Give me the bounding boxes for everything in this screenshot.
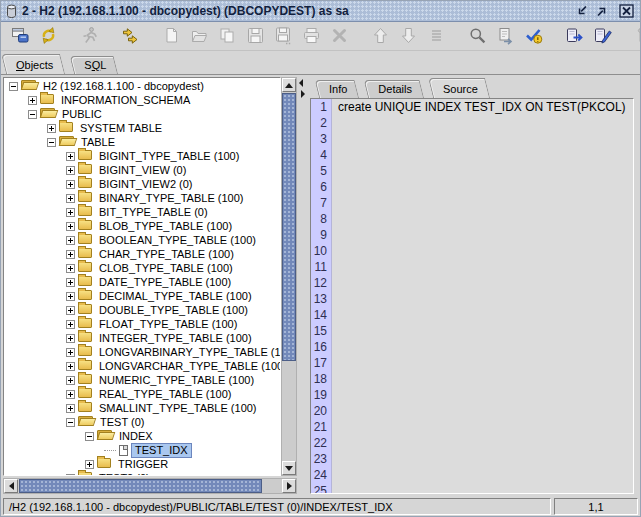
tree-item-label[interactable]: TRIGGER — [115, 458, 171, 471]
tree-toggle-minus-icon[interactable] — [28, 110, 37, 119]
tree-item-label[interactable]: REAL_TYPE_TABLE (100) — [96, 388, 234, 401]
split-divider[interactable] — [297, 75, 310, 496]
tree-item[interactable]: TRIGGER — [6, 457, 280, 471]
tree-item-label[interactable]: INFORMATION_SCHEMA — [58, 94, 193, 107]
tree-item[interactable]: LONGVARCHAR_TYPE_TABLE (100) — [6, 359, 280, 373]
tree-toggle-plus-icon[interactable] — [66, 474, 75, 477]
tree-item-label[interactable]: BIGINT_TYPE_TABLE (100) — [96, 150, 242, 163]
tree-item-label[interactable]: SYSTEM TABLE — [77, 122, 165, 135]
tree-item[interactable]: DOUBLE_TYPE_TABLE (100) — [6, 303, 280, 317]
tree-toggle-plus-icon[interactable] — [66, 194, 75, 203]
tree-item-label[interactable]: CLOB_TYPE_TABLE (100) — [96, 262, 236, 275]
tab-details[interactable]: Details — [368, 80, 429, 98]
tree-item[interactable]: TEST (0) — [6, 415, 280, 429]
vertical-scroll-thumb[interactable] — [282, 93, 296, 361]
tree-toggle-plus-icon[interactable] — [85, 460, 94, 469]
tree-item-label[interactable]: NUMERIC_TYPE_TABLE (100) — [96, 374, 257, 387]
tree-toggle-plus-icon[interactable] — [28, 96, 37, 105]
tree-item[interactable]: INDEX — [6, 429, 280, 443]
double-arrow-right-icon[interactable] — [118, 24, 142, 47]
tree-toggle-plus-icon[interactable] — [66, 320, 75, 329]
tree-item-label[interactable]: LONGVARBINARY_TYPE_TABLE (100) — [96, 346, 281, 359]
tree-item-label[interactable]: BINARY_TYPE_TABLE (100) — [96, 192, 247, 205]
tree-item[interactable]: SMALLINT_TYPE_TABLE (100) — [6, 401, 280, 415]
tree-toggle-plus-icon[interactable] — [66, 222, 75, 231]
tree-toggle-plus-icon[interactable] — [66, 236, 75, 245]
split-collapse-left-button[interactable] — [299, 78, 306, 87]
tree-item-label[interactable]: H2 (192.168.1.100 - dbcopydest) — [40, 80, 207, 93]
tree-item[interactable]: H2 (192.168.1.100 - dbcopydest) — [6, 79, 280, 93]
tree-item[interactable]: REAL_TYPE_TABLE (100) — [6, 387, 280, 401]
tree-item-label[interactable]: DECIMAL_TYPE_TABLE (100) — [96, 290, 255, 303]
tree-horizontal-scrollbar[interactable] — [3, 478, 297, 494]
tree-item[interactable]: DECIMAL_TYPE_TABLE (100) — [6, 289, 280, 303]
tree-toggle-minus-icon[interactable] — [85, 432, 94, 441]
tree-item-label[interactable]: TEST_IDX — [132, 444, 191, 457]
book-edit-icon[interactable] — [590, 24, 614, 47]
vertical-scroll-track[interactable] — [282, 92, 296, 461]
tree-item[interactable]: INTEGER_TYPE_TABLE (100) — [6, 331, 280, 345]
tree-item[interactable]: TEST_IDX — [6, 443, 280, 457]
scroll-right-button[interactable] — [282, 479, 296, 493]
tree-item-label[interactable]: FLOAT_TYPE_TABLE (100) — [96, 318, 240, 331]
tree-toggle-plus-icon[interactable] — [66, 166, 75, 175]
tree-item-label[interactable]: DATE_TYPE_TABLE (100) — [96, 276, 234, 289]
tree-item[interactable]: CLOB_TYPE_TABLE (100) — [6, 261, 280, 275]
tree-toggle-plus-icon[interactable] — [66, 376, 75, 385]
tree-item-label[interactable]: INTEGER_TYPE_TABLE (100) — [96, 332, 255, 345]
horizontal-scroll-track[interactable] — [18, 479, 282, 493]
tree-toggle-minus-icon[interactable] — [47, 138, 56, 147]
tree-item[interactable]: CHAR_TYPE_TABLE (100) — [6, 247, 280, 261]
tree-toggle-plus-icon[interactable] — [66, 250, 75, 259]
tree-toggle-plus-icon[interactable] — [66, 208, 75, 217]
scroll-down-button[interactable] — [282, 461, 296, 475]
tree-toggle-plus-icon[interactable] — [66, 362, 75, 371]
tree-item[interactable]: BINARY_TYPE_TABLE (100) — [6, 191, 280, 205]
tree-toggle-plus-icon[interactable] — [66, 306, 75, 315]
tree-item[interactable]: INFORMATION_SCHEMA — [6, 93, 280, 107]
tree-item[interactable]: BIGINT_VIEW2 (0) — [6, 177, 280, 191]
tree-vertical-scrollbar[interactable] — [281, 77, 297, 476]
tab-info[interactable]: Info — [319, 80, 364, 98]
tree-toggle-minus-icon[interactable] — [9, 82, 18, 91]
tree-item-label[interactable]: TABLE — [78, 136, 118, 149]
connect-session-icon[interactable] — [8, 24, 32, 47]
tree-toggle-plus-icon[interactable] — [66, 334, 75, 343]
search-icon[interactable] — [465, 24, 489, 47]
scroll-left-button[interactable] — [4, 479, 18, 493]
tree-toggle-plus-icon[interactable] — [66, 348, 75, 357]
tree-item-label[interactable]: BLOB_TYPE_TABLE (100) — [96, 220, 235, 233]
book-next-icon[interactable] — [562, 24, 586, 47]
tree-item[interactable]: PUBLIC — [6, 107, 280, 121]
minimize-button[interactable] — [573, 3, 590, 19]
tree-item-label[interactable]: BOOLEAN_TYPE_TABLE (100) — [96, 234, 259, 247]
tree-item-label[interactable]: TEST2 (0) — [96, 472, 153, 477]
window-titlebar[interactable]: 2 - H2 (192.168.1.100 - dbcopydest) (DBC… — [1, 1, 640, 22]
tree-toggle-plus-icon[interactable] — [66, 292, 75, 301]
scroll-up-button[interactable] — [282, 78, 296, 92]
tree-item[interactable]: FLOAT_TYPE_TABLE (100) — [6, 317, 280, 331]
tree-toggle-plus-icon[interactable] — [47, 124, 56, 133]
tree-item-label[interactable]: CHAR_TYPE_TABLE (100) — [96, 248, 237, 261]
tree-item-label[interactable]: LONGVARCHAR_TYPE_TABLE (100) — [96, 360, 281, 373]
object-tree[interactable]: H2 (192.168.1.100 - dbcopydest)INFORMATI… — [3, 77, 281, 476]
tree-toggle-plus-icon[interactable] — [66, 264, 75, 273]
tree-toggle-plus-icon[interactable] — [66, 152, 75, 161]
horizontal-scroll-thumb[interactable] — [19, 479, 262, 493]
tree-toggle-minus-icon[interactable] — [66, 418, 75, 427]
tree-item[interactable]: BOOLEAN_TYPE_TABLE (100) — [6, 233, 280, 247]
tree-item[interactable]: BIGINT_VIEW (0) — [6, 163, 280, 177]
tab-sql[interactable]: SQL — [74, 56, 123, 74]
close-button[interactable] — [618, 3, 635, 19]
source-code-area[interactable]: create UNIQUE INDEX TEST_IDX ON TEST(PKC… — [332, 99, 633, 493]
tree-item-label[interactable]: SMALLINT_TYPE_TABLE (100) — [96, 402, 260, 415]
tree-item-label[interactable]: TEST (0) — [97, 416, 147, 429]
tree-item[interactable]: BLOB_TYPE_TABLE (100) — [6, 219, 280, 233]
tree-item[interactable]: DATE_TYPE_TABLE (100) — [6, 275, 280, 289]
tree-item[interactable]: BIT_TYPE_TABLE (0) — [6, 205, 280, 219]
tree-item[interactable]: NUMERIC_TYPE_TABLE (100) — [6, 373, 280, 387]
split-expand-right-button[interactable] — [301, 89, 308, 98]
tree-item[interactable]: TABLE — [6, 135, 280, 149]
tree-toggle-plus-icon[interactable] — [66, 404, 75, 413]
tab-objects[interactable]: Objects — [6, 54, 70, 74]
